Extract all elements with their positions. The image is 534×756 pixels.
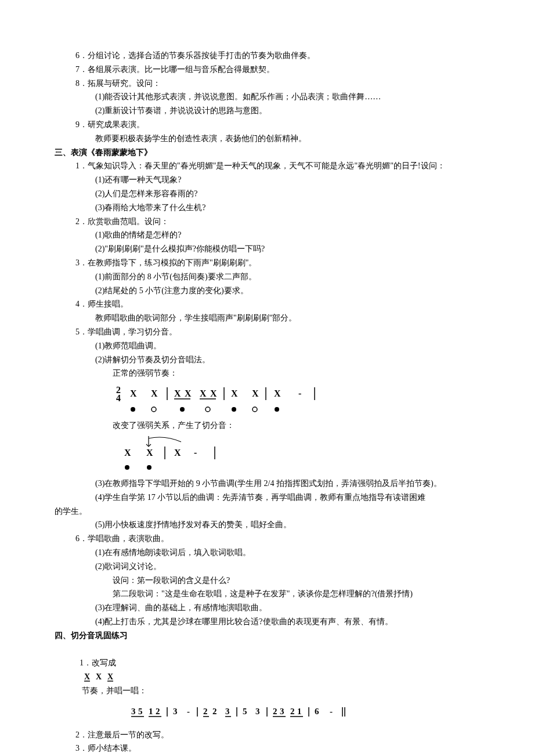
s3-5d2: 的学生。	[55, 505, 479, 519]
svg-text:1: 1	[297, 707, 302, 716]
s3-5a: (1)教师范唱曲调。	[55, 339, 479, 353]
s3-5: 5．学唱曲调，学习切分音。	[55, 325, 479, 339]
item-9: 9．研究成果表演。	[55, 118, 479, 132]
s3-5d: (4)学生自学第 17 小节以后的曲调：先弄清节奏，再学唱曲调，教师有重点地指导…	[55, 491, 479, 505]
svg-text:X: X	[200, 388, 207, 398]
svg-text:X: X	[185, 388, 192, 398]
s3-6a: (1)在有感情地朗读歌词后，填入歌词歌唱。	[55, 546, 479, 560]
svg-text:2: 2	[203, 707, 208, 716]
svg-text:X: X	[124, 448, 131, 458]
s3-5c: (3)在教师指导下学唱开始的 9 小节曲调(学生用 2/4 拍指挥图式划拍，弄清…	[55, 477, 479, 491]
svg-text:3: 3	[173, 707, 178, 716]
s3-5e: (5)用小快板速度抒情地抒发对春天的赞美，唱好全曲。	[55, 518, 479, 532]
s4-1b-text: 节奏，并唱一唱：	[80, 686, 147, 695]
s3-6c: (3)在理解词、曲的基础上，有感情地演唱歌曲。	[55, 601, 479, 615]
svg-text:X: X	[274, 388, 281, 398]
svg-point-23	[252, 407, 257, 412]
svg-text:3: 3	[225, 707, 230, 716]
svg-text:6: 6	[315, 707, 319, 716]
svg-text:X: X	[96, 672, 102, 681]
s3-5b: (2)讲解切分节奏及切分音唱法。	[55, 353, 479, 367]
svg-text:2: 2	[273, 707, 277, 716]
s3-6d: (4)配上打击乐，尤其是沙球在哪里用比较合适?使歌曲的表现更有声、有景、有情。	[55, 615, 479, 629]
s3-1a: (1)还有哪一种天气现象?	[55, 173, 479, 187]
s3-4: 4．师生接唱。	[55, 297, 479, 311]
svg-text:-: -	[187, 707, 190, 716]
s3-1b: (2)人们是怎样来形容春雨的?	[55, 187, 479, 201]
s4-2: 2．注意最后一节的改写。	[55, 728, 479, 742]
svg-text:5: 5	[243, 707, 247, 716]
svg-text:2: 2	[212, 707, 217, 716]
svg-text:5: 5	[138, 707, 143, 716]
svg-text:4: 4	[116, 393, 121, 403]
svg-text:2: 2	[290, 707, 295, 716]
item-8: 8．拓展与研究。设问：	[55, 77, 479, 91]
s3-2: 2．欣赏歌曲范唱。设问：	[55, 215, 479, 229]
svg-text:3: 3	[280, 707, 284, 716]
svg-point-22	[232, 407, 236, 412]
svg-point-19	[151, 407, 156, 412]
s4-1: 1．改写成 X X X 节奏，并唱一唱：	[55, 642, 479, 697]
svg-point-20	[180, 407, 185, 412]
svg-text:X: X	[107, 672, 113, 681]
svg-text:X: X	[151, 388, 158, 398]
s3-1: 1．气象知识导入：春天里的"春光明媚"是一种天气的现象，天气不可能是永远"春光明…	[55, 159, 479, 173]
s3-6: 6．学唱歌曲，表演歌曲。	[55, 532, 479, 546]
svg-point-21	[205, 407, 210, 412]
item-6: 6．分组讨论，选择合适的节奏乐器按徒手打击的节奏为歌曲伴奏。	[55, 49, 479, 63]
s3-3a: (1)前面部分的 8 小节(包括间奏)要求二声部。	[55, 270, 479, 284]
item-8-2: (2)重新设计节奏谱，并说说设计的思路与意图。	[55, 104, 479, 118]
svg-text:X: X	[146, 448, 153, 458]
item-8-1: (1)能否设计其他形式表演，并说说意图。如配乐作画；小品表演；歌曲伴舞……	[55, 90, 479, 104]
s4-3: 3．师小结本课。	[55, 741, 479, 755]
note-label-1: 正常的强弱节奏：	[55, 366, 479, 380]
s3-3: 3．在教师指导下，练习模拟的下雨声"刷刷刷刷"。	[55, 256, 479, 270]
svg-text:X: X	[252, 388, 259, 398]
svg-text:X: X	[174, 388, 181, 398]
svg-point-24	[275, 407, 279, 412]
svg-text:3: 3	[131, 707, 136, 716]
heading-4: 四、切分音巩固练习	[55, 629, 479, 643]
svg-text:1: 1	[149, 707, 153, 716]
s3-1c: (3)春雨给大地带来了什么生机?	[55, 201, 479, 215]
s4-1a-text: 1．改写成	[80, 658, 118, 667]
melody-notation: 35 12 3- 2 2 3 53 23 21 6-	[130, 705, 374, 721]
s3-6b: (2)歌词词义讨论。	[55, 560, 479, 574]
svg-point-32	[125, 465, 129, 470]
svg-text:-: -	[194, 448, 197, 458]
svg-text:X: X	[210, 388, 217, 398]
svg-text:-: -	[330, 707, 333, 716]
s3-6b2: 第二段歌词："这是生命在歌唱，这是种子在发芽"，谈谈你是怎样理解的?(借景抒情)	[55, 587, 479, 601]
svg-point-33	[147, 465, 151, 470]
s3-4a: 教师唱歌曲的歌词部分，学生接唱雨声"刷刷刷刷"部分。	[55, 311, 479, 325]
svg-text:X: X	[174, 448, 181, 458]
svg-text:-: -	[298, 388, 301, 398]
s3-2a: (1)歌曲的情绪是怎样的?	[55, 228, 479, 242]
rhythm-notation-2: X X X -	[113, 435, 252, 474]
s3-3b: (2)结尾处的 5 小节(注意力度的变化)要求。	[55, 284, 479, 298]
rhythm-notation-1: 2 4 X X X X X X X X X -	[113, 383, 322, 416]
svg-text:2: 2	[156, 707, 160, 716]
note-label-2: 改变了强弱关系，产生了切分音：	[55, 419, 479, 433]
s3-2b: (2)"刷刷刷刷"是什么模拟声?你能模仿唱一下吗?	[55, 242, 479, 256]
svg-text:X: X	[130, 388, 137, 398]
heading-3: 三、表演《春雨蒙蒙地下》	[55, 146, 479, 160]
svg-point-18	[131, 407, 135, 412]
svg-text:X: X	[231, 388, 238, 398]
inline-rhythm-icon: X X X	[83, 672, 116, 683]
item-9-note: 教师要积极表扬学生的创造性表演，表扬他们的创新精神。	[55, 132, 479, 146]
item-7: 7．各组展示表演。比一比哪一组与音乐配合得最默契。	[55, 63, 479, 77]
s3-6b1: 设问：第一段歌词的含义是什么?	[55, 574, 479, 588]
svg-text:3: 3	[255, 707, 260, 716]
svg-text:X: X	[84, 672, 90, 681]
